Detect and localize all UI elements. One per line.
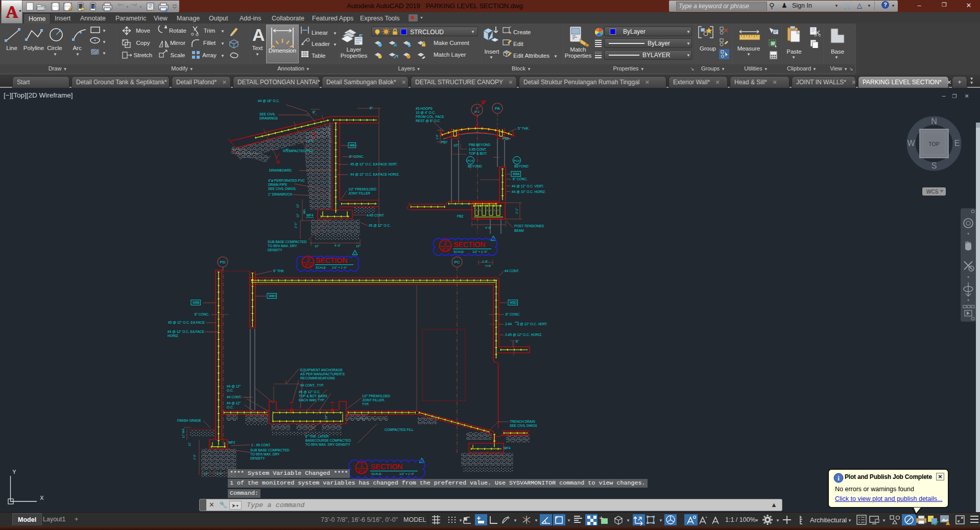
svg-text:5" THK.: 5" THK. [518,127,530,130]
svg-text:DRAINBOARD: DRAINBOARD [269,168,292,172]
svg-text:SECTION: SECTION [371,463,402,471]
svg-text:BEYOND: BEYOND [468,164,482,168]
svg-text:JOINT FILLER,: JOINT FILLER, [362,398,385,402]
svg-text:#5 @ 12" O.C. EA FACE: #5 @ 12" O.C. EA FACE [168,321,205,324]
svg-text:▼: ▼ [126,5,129,9]
svg-text:MIN.: MIN. [303,209,306,214]
svg-text:#5 @ 12" O.C.: #5 @ 12" O.C. [299,390,321,394]
svg-text:O.C.: O.C. [227,405,234,409]
svg-text:EACH WAY, TYP.: EACH WAY, TYP. [299,398,325,402]
svg-text:1: 1 [360,462,363,468]
svg-text:57.0: 57.0 [305,263,312,267]
svg-text:#3 HOOPS: #3 HOOPS [416,107,433,110]
svg-text:12": 12" [188,442,191,446]
svg-text:▼: ▼ [626,518,630,523]
svg-text:2’-0": 2’-0" [294,222,297,228]
svg-text:W: W [907,139,915,148]
svg-text:FROM COL. FACE: FROM COL. FACE [416,115,444,118]
svg-text:@ 12" O.C. VERT.: @ 12" O.C. VERT. [520,322,547,326]
svg-text:12": 12" [204,472,208,475]
svg-text:#4 @ 12" O.C. EA FACE: #4 @ 12" O.C. EA FACE [168,330,205,333]
svg-text:W8B: W8B [193,301,200,304]
svg-text:W8D: W8D [510,301,517,304]
svg-text:W8: W8 [350,143,355,147]
svg-text:SUB BASE COMPACTED: SUB BASE COMPACTED [250,448,290,452]
svg-text:DENSITY: DENSITY [268,248,282,252]
svg-text:PC4: PC4 [468,159,473,162]
svg-text:POST-TENSIONED: POST-TENSIONED [514,224,544,228]
svg-text:#4 @ 18" O.C.: #4 @ 18" O.C. [258,99,280,103]
svg-text:WCS: WCS [926,189,939,195]
svg-text:▼: ▼ [755,518,759,523]
svg-text:STRCLOUD: STRCLOUD [410,29,444,36]
svg-text:2: 2 [444,240,447,246]
svg-text:#4 @ 12" O.C. EA FACE HORIZ.: #4 @ 12" O.C. EA FACE HORIZ. [350,173,399,176]
svg-text:SEE CIVIL DWGS.: SEE CIVIL DWGS. [268,187,297,190]
svg-text:▼: ▼ [848,518,852,523]
svg-text:WF2: WF2 [228,441,235,444]
svg-text:1/2" PREMOLDED: 1/2" PREMOLDED [348,187,376,191]
svg-text:8": 8" [313,110,316,114]
svg-text:▼: ▼ [882,518,886,523]
svg-text:8": 8" [516,340,519,343]
svg-text:10 @ 4" O.C.: 10 @ 4" O.C. [416,111,436,114]
svg-text:1’-6": 1’-6" [482,260,488,263]
svg-text:BEAM: BEAM [514,229,524,232]
svg-text:SEE CIVIL: SEE CIVIL [259,112,276,116]
svg-text:2-#5 CONT.: 2-#5 CONT. [469,148,487,151]
svg-text:1/2" = 1’-0": 1/2" = 1’-0" [332,266,347,269]
svg-text:REST @ 8" O.C.: REST @ 8" O.C. [416,119,441,123]
svg-text:SUB BASE COMPACTED: SUB BASE COMPACTED [268,240,307,244]
svg-text:SCALE:: SCALE: [316,266,327,269]
svg-text:▼: ▼ [776,518,780,523]
svg-text:57.0: 57.0 [442,247,449,251]
svg-text:PB8: PB8 [503,137,509,140]
svg-text:1:1 / 100%: 1:1 / 100% [725,516,756,523]
svg-text:O.C.: O.C. [227,389,234,392]
svg-text:▼: ▼ [459,518,463,523]
svg-text:2-#4: 2-#4 [505,322,512,326]
svg-text:4’-0": 4’-0" [334,244,341,247]
svg-text:▾: ▾ [967,232,969,235]
svg-text:E: E [954,139,960,148]
svg-text:TOP & BOT.: TOP & BOT. [469,152,487,155]
svg-text:W8A: W8A [513,172,520,176]
svg-text:TRENCH DRAIN: TRENCH DRAIN [510,420,535,423]
svg-text:6" THK. LAYER: 6" THK. LAYER [305,435,329,438]
svg-text:1’-6": 1’-6" [436,134,439,139]
svg-text:TYP.: TYP. [362,402,369,406]
svg-text:12": 12" [315,245,319,248]
svg-text:!: ! [354,252,355,255]
svg-text:EQUIPMENT ANCHORAGE: EQUIPMENT ANCHORAGE [300,368,343,372]
svg-text:3: 3 [306,256,309,262]
svg-text:#4 CONT., TYP.: #4 CONT., TYP. [300,383,324,387]
svg-text:X: X [40,495,44,501]
svg-text:COMPACTED FILL: COMPACTED FILL [284,149,314,153]
svg-text:▼: ▼ [513,518,517,523]
svg-text:8" CONC.: 8" CONC. [506,312,520,316]
svg-text:❐: ❐ [952,93,957,99]
svg-text:12" MIN.: 12" MIN. [182,428,185,438]
svg-text:▼: ▼ [534,518,538,523]
svg-text:TO 95% MAX. DRY: TO 95% MAX. DRY [268,244,297,248]
svg-text:i: i [838,474,840,482]
svg-text:DENSITY: DENSITY [250,456,265,460]
svg-text:HORIZ.: HORIZ. [168,334,179,338]
svg-text:2-#5 @ 12" O.C. HORIZ.: 2-#5 @ 12" O.C. HORIZ. [505,333,542,336]
svg-text:#4 @ 12" O.C. VERT.: #4 @ 12" O.C. VERT. [512,184,544,188]
svg-text:4"ø PERFORATED PVC: 4"ø PERFORATED PVC [268,179,305,182]
svg-text:57.0: 57.0 [358,469,365,473]
svg-text:8": 8" [370,106,373,110]
svg-text:PC4: PC4 [514,159,520,162]
svg-text:WF4: WF4 [504,446,511,450]
svg-text:SEE CIVIL DWGS: SEE CIVIL DWGS [510,424,537,427]
svg-text:1" DRAINROCK: 1" DRAINROCK [268,192,293,196]
svg-text:BASECOURSE COMPACTED: BASECOURSE COMPACTED [305,439,351,442]
svg-text:TO 95% MAX. DRY DENSITY: TO 95% MAX. DRY DENSITY [305,443,351,446]
svg-text:2 - #5 CONT.: 2 - #5 CONT. [251,443,271,447]
svg-text:8" CONC.: 8" CONC. [195,312,209,316]
svg-text:2’-0": 2’-0" [217,472,223,475]
svg-text:A: A [252,26,265,44]
svg-text:▼: ▼ [659,518,663,523]
svg-text:DRAWINGS: DRAWINGS [259,116,278,120]
